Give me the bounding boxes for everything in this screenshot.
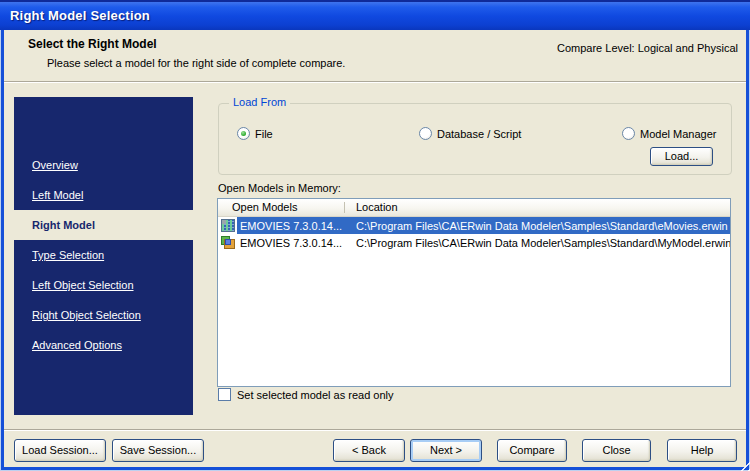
column-header-open-models[interactable]: Open Models	[218, 199, 345, 216]
title-bar[interactable]: Right Model Selection	[0, 0, 750, 30]
open-models-list: Open Models Location EMOVIES 7.3.0.14...…	[217, 198, 731, 387]
erwin-model-green-icon	[221, 219, 235, 232]
load-session-button[interactable]: Load Session...	[14, 439, 106, 462]
window-title: Right Model Selection	[10, 8, 150, 23]
dialog-window: Right Model Selection Select the Right M…	[0, 0, 750, 471]
load-from-groupbox: Load From File Database / Script Model M…	[218, 103, 732, 175]
radio-model-manager[interactable]: Model Manager	[622, 127, 716, 140]
sidebar-item-left-model[interactable]: Left Model	[14, 180, 193, 210]
selected-row-highlight: EMOVIES 7.3.0.14... C:\Program Files\CA\…	[237, 217, 730, 234]
sidebar-item-left-object-selection[interactable]: Left Object Selection	[14, 270, 193, 300]
read-only-checkbox-label: Set selected model as read only	[237, 389, 394, 401]
radio-file-label: File	[255, 128, 273, 140]
dialog-body: Select the Right Model Please select a m…	[4, 30, 746, 467]
sidebar-item-type-selection[interactable]: Type Selection	[14, 240, 193, 270]
compare-level-label: Compare Level: Logical and Physical	[557, 42, 738, 54]
wizard-sidebar: Overview Left Model Right Model Type Sel…	[14, 97, 193, 415]
back-button[interactable]: < Back	[333, 439, 405, 462]
read-only-checkbox-row[interactable]: Set selected model as read only	[218, 388, 394, 401]
model-name-cell: EMOVIES 7.3.0.14...	[237, 237, 345, 249]
model-location-cell: C:\Program Files\CA\ERwin Data Modeler\S…	[345, 220, 728, 232]
radio-unselected-icon	[622, 127, 635, 140]
wizard-header: Select the Right Model Please select a m…	[4, 30, 746, 82]
radio-model-manager-label: Model Manager	[640, 128, 716, 140]
model-row-mymodel[interactable]: EMOVIES 7.3.0.14... C:\Program Files\CA\…	[218, 234, 730, 251]
radio-database-script[interactable]: Database / Script	[419, 127, 521, 140]
model-location-cell: C:\Program Files\CA\ERwin Data Modeler\S…	[345, 237, 730, 249]
help-button[interactable]: Help	[667, 439, 737, 462]
sidebar-item-right-object-selection[interactable]: Right Object Selection	[14, 300, 193, 330]
sidebar-item-right-model[interactable]: Right Model	[14, 210, 193, 240]
close-button[interactable]: Close	[582, 439, 651, 462]
sidebar-item-overview[interactable]: Overview	[14, 150, 193, 180]
load-from-legend: Load From	[229, 96, 290, 108]
radio-unselected-icon	[419, 127, 432, 140]
page-subtitle: Please select a model for the right side…	[47, 57, 345, 69]
erwin-model-orange-icon	[221, 236, 235, 249]
save-session-button[interactable]: Save Session...	[112, 439, 204, 462]
model-name-cell: EMOVIES 7.3.0.14...	[237, 220, 345, 232]
compare-button[interactable]: Compare	[497, 439, 567, 462]
column-header-location[interactable]: Location	[345, 199, 730, 216]
next-button[interactable]: Next >	[410, 439, 482, 462]
radio-database-script-label: Database / Script	[437, 128, 521, 140]
radio-selected-icon	[237, 127, 250, 140]
checkbox-unchecked-icon[interactable]	[218, 388, 231, 401]
list-header-row: Open Models Location	[218, 199, 730, 217]
page-title: Select the Right Model	[28, 37, 157, 51]
cube-icon	[225, 239, 231, 245]
sidebar-item-advanced-options[interactable]: Advanced Options	[14, 330, 193, 360]
open-models-label: Open Models in Memory:	[218, 182, 341, 194]
load-button[interactable]: Load...	[650, 147, 713, 166]
model-row-emovies[interactable]: EMOVIES 7.3.0.14... C:\Program Files\CA\…	[218, 217, 730, 234]
footer-separator	[4, 429, 746, 431]
radio-file[interactable]: File	[237, 127, 273, 140]
row-cells: EMOVIES 7.3.0.14... C:\Program Files\CA\…	[237, 234, 730, 251]
